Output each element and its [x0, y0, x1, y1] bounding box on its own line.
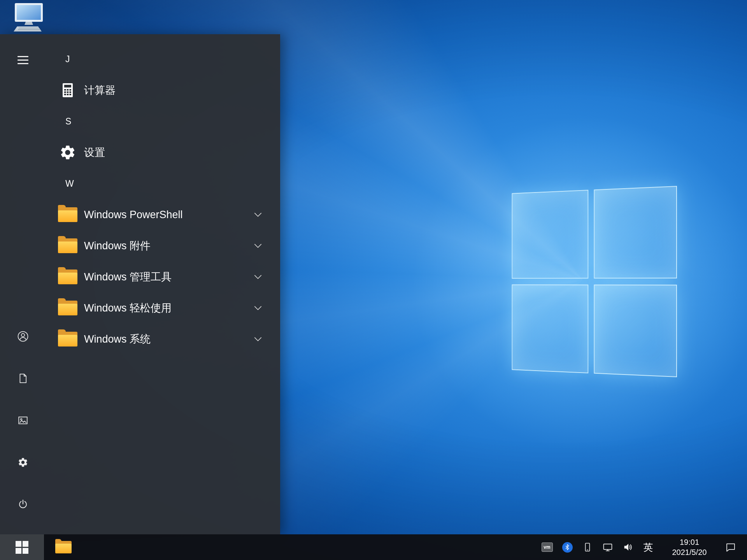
vmware-tray-button[interactable]: vm: [537, 534, 557, 560]
windows-logo-icon: [16, 541, 28, 554]
documents-button[interactable]: [0, 357, 46, 399]
device-tray-button[interactable]: [577, 534, 598, 560]
app-label: 计算器: [84, 83, 116, 97]
document-icon: [18, 373, 28, 384]
settings-button[interactable]: [0, 441, 46, 483]
app-list-item-calculator[interactable]: 计算器: [46, 75, 280, 106]
action-center-icon: [725, 542, 736, 553]
power-icon: [18, 499, 28, 510]
desktop-icon-this-pc[interactable]: [10, 2, 49, 33]
power-button[interactable]: [0, 483, 46, 525]
ime-language-label: 英: [644, 541, 653, 554]
chevron-down-icon: [254, 275, 262, 280]
app-label: Windows 管理工具: [84, 270, 172, 284]
folder-icon: [57, 236, 79, 256]
app-list-group-windows-powershell[interactable]: Windows PowerShell: [46, 199, 280, 230]
network-icon: [602, 542, 613, 553]
bluetooth-icon: [562, 542, 573, 553]
clock-time: 19:01: [680, 537, 699, 547]
app-list-group-windows-system[interactable]: Windows 系统: [46, 324, 280, 355]
app-label: Windows 系统: [84, 332, 151, 346]
chevron-down-icon: [254, 337, 262, 342]
app-list-section-header-j[interactable]: J: [46, 44, 280, 75]
start-menu-app-list: J 计算器 S: [46, 34, 280, 534]
taskbar-clock[interactable]: 19:01 2021/5/20: [658, 534, 721, 560]
pictures-button[interactable]: [0, 399, 46, 441]
app-list-section-header-s[interactable]: S: [46, 106, 280, 137]
start-menu-rail: [0, 34, 46, 534]
user-icon: [17, 331, 29, 342]
folder-icon: [57, 267, 79, 287]
section-header-label: W: [65, 178, 74, 189]
clock-date: 2021/5/20: [672, 547, 707, 557]
chevron-down-icon: [254, 306, 262, 311]
file-explorer-icon: [55, 541, 72, 553]
user-account-button[interactable]: [0, 315, 46, 357]
start-button[interactable]: [0, 534, 44, 560]
chevron-down-icon: [254, 243, 262, 248]
folder-icon: [57, 205, 79, 224]
app-label: Windows PowerShell: [84, 209, 183, 221]
settings-gear-icon: [57, 143, 79, 162]
app-list-group-windows-ease-of-access[interactable]: Windows 轻松使用: [46, 292, 280, 324]
taskbar: vm 英: [0, 534, 747, 560]
calculator-icon: [57, 80, 79, 100]
pictures-icon: [18, 415, 28, 426]
bluetooth-tray-button[interactable]: [557, 534, 577, 560]
taskbar-file-explorer-button[interactable]: [44, 534, 83, 560]
section-header-label: J: [65, 54, 70, 65]
ime-indicator-button[interactable]: 英: [638, 534, 658, 560]
computer-icon: [10, 2, 49, 33]
volume-tray-button[interactable]: [618, 534, 638, 560]
volume-icon: [622, 542, 633, 553]
start-menu: J 计算器 S: [0, 34, 280, 534]
tablet-icon: [582, 542, 593, 552]
app-list-group-windows-admin-tools[interactable]: Windows 管理工具: [46, 261, 280, 292]
app-list-item-settings[interactable]: 设置: [46, 137, 280, 168]
app-label: 设置: [84, 145, 105, 159]
hamburger-icon: [18, 54, 28, 66]
gear-icon: [18, 457, 28, 468]
vmware-icon: vm: [542, 542, 553, 552]
section-header-label: S: [65, 116, 71, 127]
menu-expand-button[interactable]: [0, 41, 46, 79]
network-tray-button[interactable]: [598, 534, 618, 560]
system-tray: vm 英: [537, 534, 747, 560]
app-label: Windows 附件: [84, 239, 151, 253]
start-menu-rail-bottom: [0, 315, 46, 525]
app-label: Windows 轻松使用: [84, 301, 172, 315]
app-list-section-header-w[interactable]: W: [46, 168, 280, 199]
app-list-group-windows-accessories[interactable]: Windows 附件: [46, 230, 280, 261]
folder-icon: [57, 298, 79, 318]
chevron-down-icon: [254, 212, 262, 217]
action-center-button[interactable]: [721, 534, 741, 560]
folder-icon: [57, 329, 79, 349]
